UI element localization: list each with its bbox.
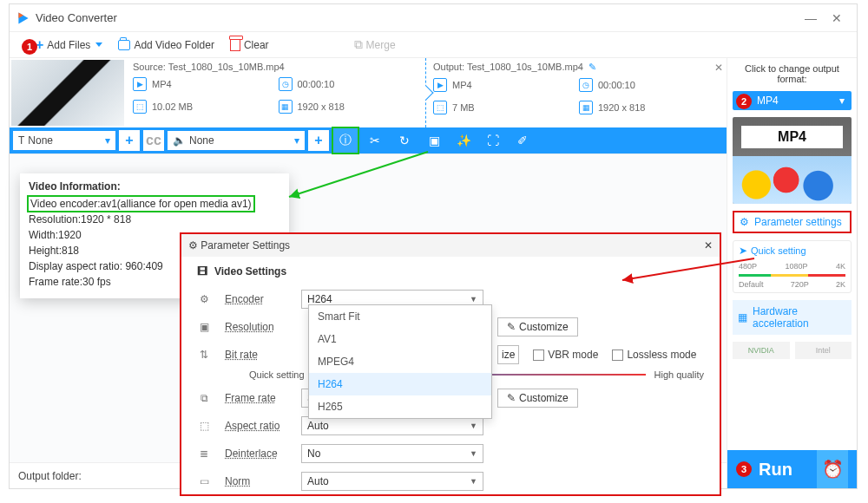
format-thumbnail-label: MP4 bbox=[741, 126, 843, 148]
disk-icon: ⬚ bbox=[433, 101, 447, 114]
video-info-encoder: Video encoder:av1(alliance for open medi… bbox=[29, 197, 253, 211]
lossless-checkbox[interactable]: Lossless mode bbox=[612, 349, 696, 361]
add-files-label: Add Files bbox=[47, 39, 90, 51]
clock-icon: ◷ bbox=[579, 78, 593, 92]
crop-button[interactable]: ▣ bbox=[421, 127, 447, 154]
bitrate-customize-button[interactable]: ize bbox=[497, 345, 519, 364]
dialog-close-button[interactable]: ✕ bbox=[704, 239, 713, 252]
effects-button[interactable]: ✨ bbox=[450, 127, 477, 154]
subtitle-select[interactable]: TNone▾ bbox=[13, 131, 115, 150]
merge-button[interactable]: ⧉ Merge bbox=[354, 37, 396, 52]
folder-icon bbox=[118, 40, 130, 50]
format-icon: ▶ bbox=[133, 77, 147, 91]
bitrate-icon: ⇅ bbox=[197, 348, 211, 362]
cut-button[interactable]: ✂ bbox=[362, 127, 388, 154]
output-prefix: Output: bbox=[433, 62, 464, 72]
norm-icon: ▭ bbox=[197, 474, 211, 488]
framerate-label: Frame rate bbox=[225, 392, 287, 404]
edit-button[interactable]: ✐ bbox=[510, 127, 536, 154]
trash-icon bbox=[230, 39, 240, 51]
section-title: Video Settings bbox=[214, 265, 286, 278]
output-resolution: 1920 x 818 bbox=[598, 102, 645, 113]
aspect-label: Aspect ratio bbox=[225, 420, 287, 432]
quality-slider[interactable] bbox=[739, 274, 845, 277]
aspect-icon: ⬚ bbox=[197, 419, 211, 433]
deinterlace-value: No bbox=[307, 447, 320, 460]
pencil-icon: ✎ bbox=[507, 321, 516, 333]
file-card: Source: Test_1080_10s_10MB.mp4 ▶MP4 ◷00:… bbox=[10, 58, 727, 154]
framerate-customize-button[interactable]: ✎Customize bbox=[497, 389, 578, 408]
format-thumbnail[interactable]: MP4 bbox=[733, 117, 852, 204]
sliders-icon: ⚙ bbox=[188, 239, 198, 252]
disk-icon: ⬚ bbox=[133, 100, 147, 114]
resolution-icon: ▦ bbox=[579, 101, 593, 114]
encoder-value: H264 bbox=[307, 293, 332, 305]
rotate-button[interactable]: ↻ bbox=[391, 127, 418, 154]
run-label: Run bbox=[759, 460, 792, 480]
merge-icon: ⧉ bbox=[354, 37, 363, 52]
schedule-button[interactable]: ⏰ bbox=[817, 450, 848, 488]
parameter-settings-button[interactable]: ⚙ Parameter settings bbox=[733, 211, 852, 233]
encoder-option-mpeg4[interactable]: MPEG4 bbox=[309, 350, 491, 373]
norm-select[interactable]: Auto▼ bbox=[301, 472, 483, 491]
chevron-down-icon: ▾ bbox=[105, 134, 110, 147]
source-filename: Test_1080_10s_10MB.mp4 bbox=[168, 62, 285, 72]
hardware-accel-toggle[interactable]: ▦Hardware acceleration bbox=[733, 300, 852, 335]
format-icon: ▶ bbox=[433, 78, 447, 92]
encoder-option-av1[interactable]: AV1 bbox=[309, 328, 491, 350]
encoder-icon: ⚙ bbox=[197, 292, 211, 306]
window-title: Video Converter bbox=[36, 11, 798, 24]
parameter-settings-label: Parameter settings bbox=[754, 216, 842, 228]
quick-setting-label: Quick setting bbox=[249, 369, 305, 380]
edit-output-name-button[interactable]: ✎ bbox=[589, 62, 596, 72]
output-format: MP4 bbox=[452, 80, 472, 90]
add-folder-button[interactable]: Add Video Folder bbox=[118, 39, 214, 51]
audio-select[interactable]: 🔈None▾ bbox=[168, 131, 305, 150]
annotation-badge-1: 1 bbox=[22, 39, 37, 55]
remove-file-button[interactable]: ✕ bbox=[714, 62, 723, 74]
encoder-option-h264[interactable]: H264 bbox=[309, 373, 491, 395]
video-info-header: Video Information: bbox=[29, 180, 280, 193]
clear-button[interactable]: Clear bbox=[230, 39, 269, 51]
app-logo-icon bbox=[16, 11, 30, 25]
resolution-customize-button[interactable]: ✎Customize bbox=[497, 317, 578, 336]
audio-value: None bbox=[189, 134, 291, 147]
subtitle-icon: T bbox=[18, 134, 24, 147]
source-size: 10.02 MB bbox=[152, 101, 193, 112]
quality-label: High quality bbox=[654, 369, 704, 380]
arrow-right-icon: ➤ bbox=[739, 245, 747, 257]
encoder-dropdown-menu: Smart Fit AV1 MPEG4 H264 H265 bbox=[308, 304, 492, 419]
annotation-badge-3: 3 bbox=[736, 461, 752, 477]
deinterlace-label: Deinterlace bbox=[225, 447, 287, 460]
resolution-label: Resolution bbox=[225, 321, 287, 333]
aspect-select[interactable]: Auto▼ bbox=[301, 416, 483, 435]
window-minimize-button[interactable]: — bbox=[798, 11, 824, 25]
video-info-button[interactable]: ⓘ bbox=[332, 127, 358, 154]
gpu-intel: Intel bbox=[795, 342, 852, 359]
clock-icon: ◷ bbox=[279, 77, 293, 91]
video-thumbnail[interactable] bbox=[11, 60, 124, 126]
source-duration: 00:00:10 bbox=[298, 79, 335, 89]
chevron-down-icon: ▾ bbox=[839, 95, 845, 107]
output-size: 7 MB bbox=[452, 102, 475, 113]
watermark-button[interactable]: ⛶ bbox=[480, 127, 506, 154]
chevron-down-icon bbox=[95, 42, 102, 47]
output-folder-label: Output folder: bbox=[18, 470, 82, 482]
dialog-title: Parameter Settings bbox=[201, 239, 290, 252]
add-subtitle-button[interactable]: + bbox=[119, 130, 140, 151]
deinterlace-select[interactable]: No▼ bbox=[301, 444, 483, 463]
source-resolution: 1920 x 818 bbox=[298, 101, 345, 112]
quick-setting-label: Quick setting bbox=[751, 245, 806, 256]
add-files-button[interactable]: + Add Files bbox=[36, 37, 102, 53]
cc-button[interactable]: cc bbox=[143, 130, 164, 151]
vbr-checkbox[interactable]: VBR mode bbox=[533, 349, 598, 361]
encoder-option-h265[interactable]: H265 bbox=[309, 395, 491, 418]
output-filename: Test_1080_10s_10MB.mp4 bbox=[467, 62, 583, 72]
chip-icon: ▦ bbox=[738, 311, 747, 323]
encoder-option-smartfit[interactable]: Smart Fit bbox=[309, 305, 491, 328]
run-button[interactable]: 3 Run ⏰ bbox=[727, 450, 857, 488]
add-audio-button[interactable]: + bbox=[308, 130, 329, 151]
source-format: MP4 bbox=[152, 79, 172, 89]
window-close-button[interactable]: ✕ bbox=[824, 11, 850, 25]
norm-value: Auto bbox=[307, 475, 329, 487]
